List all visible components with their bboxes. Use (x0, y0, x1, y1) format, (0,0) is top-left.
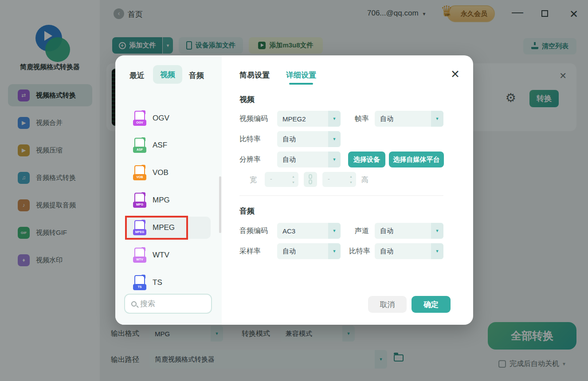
search-icon (131, 301, 137, 307)
section-divider (239, 195, 443, 196)
chevron-down-icon: ▼ (431, 111, 443, 127)
file-format-icon: ASF (133, 138, 146, 153)
format-list-scrollbar[interactable] (219, 176, 221, 233)
audio-bitrate-label: 比特率 (349, 247, 370, 256)
height-value: - (328, 175, 330, 183)
audio-bitrate-value: 自动 (380, 247, 393, 256)
chevron-down-icon: ▼ (328, 111, 341, 127)
tab-detailed-settings[interactable]: 详细设置 (286, 70, 316, 80)
format-label: WTV (153, 251, 169, 260)
format-settings-dialog: 最近 视频 音频 OGV OGV ASF ASF VOB VOB MPG MPG… (115, 55, 473, 325)
file-format-icon: MPG (133, 193, 146, 208)
ok-button[interactable]: 确定 (412, 296, 451, 313)
tab-recent[interactable]: 最近 (129, 70, 145, 81)
chevron-down-icon: ▼ (328, 152, 341, 167)
active-tab-underline (289, 83, 313, 85)
video-bitrate-value: 自动 (282, 135, 296, 144)
sample-rate-value: 自动 (282, 247, 296, 256)
resolution-select[interactable]: 自动 ▼ (277, 152, 341, 167)
fps-select[interactable]: 自动 ▼ (375, 111, 443, 127)
file-format-icon: TS (133, 275, 146, 290)
search-input[interactable] (140, 299, 202, 308)
audio-encode-label: 音频编码 (239, 226, 268, 236)
video-bitrate-label: 比特率 (239, 135, 261, 144)
height-stepper[interactable]: - ▲▼ (322, 172, 356, 187)
select-platform-button[interactable]: 选择自媒体平台 (389, 152, 444, 167)
channel-value: 自动 (380, 227, 393, 235)
chevron-down-icon: ▼ (328, 243, 341, 259)
width-value: - (270, 175, 272, 183)
annotation-highlight-box (125, 216, 188, 240)
format-item-ts[interactable]: TS TS (126, 272, 211, 294)
app-window: 简鹿视频格式转换器 ⇄ 视频格式转换 ▶ 视频合并 ▶ 视频压缩 ♫ 音频格式转… (0, 0, 588, 381)
format-item-mpg[interactable]: MPG MPG (126, 189, 211, 211)
file-format-icon: VOB (133, 165, 146, 180)
chevron-down-icon: ▼ (328, 131, 341, 147)
audio-bitrate-select[interactable]: 自动 ▼ (375, 243, 443, 259)
sample-rate-select[interactable]: 自动 ▼ (277, 243, 341, 259)
width-stepper[interactable]: - ▲▼ (265, 172, 298, 187)
format-search (124, 294, 212, 314)
format-item-ogv[interactable]: OGV OGV (126, 107, 211, 129)
link-dimensions-icon[interactable] (304, 172, 317, 187)
format-label: TS (153, 278, 162, 287)
file-format-icon: WTV (133, 248, 146, 263)
format-label: ASF (153, 141, 167, 150)
channel-select[interactable]: 自动 ▼ (375, 223, 443, 239)
chevron-down-icon: ▼ (431, 243, 443, 259)
fps-value: 自动 (380, 115, 393, 123)
cancel-button[interactable]: 取消 (368, 296, 407, 313)
format-label: OGV (153, 114, 169, 123)
stepper-arrows-icon[interactable]: ▲▼ (292, 174, 295, 185)
sample-rate-label: 采样率 (239, 247, 261, 256)
format-label: VOB (153, 168, 169, 177)
width-label: 宽 (250, 175, 257, 185)
format-label: MPG (153, 196, 170, 205)
select-device-button[interactable]: 选择设备 (348, 152, 385, 167)
format-item-vob[interactable]: VOB VOB (126, 162, 211, 184)
audio-encode-select[interactable]: AC3 ▼ (277, 223, 341, 239)
video-section-title: 视频 (239, 94, 255, 105)
format-list-panel: 最近 视频 音频 OGV OGV ASF ASF VOB VOB MPG MPG… (115, 55, 222, 325)
format-item-asf[interactable]: ASF ASF (126, 134, 211, 156)
video-encode-select[interactable]: MPEG2 ▼ (277, 111, 341, 127)
audio-encode-value: AC3 (282, 227, 295, 235)
video-encode-label: 视频编码 (239, 114, 268, 124)
file-format-icon: OGV (133, 111, 146, 126)
format-item-wtv[interactable]: WTV WTV (126, 244, 211, 266)
video-encode-value: MPEG2 (282, 115, 306, 123)
tab-simple-settings[interactable]: 简易设置 (239, 70, 270, 80)
resolution-label: 分辨率 (239, 155, 261, 164)
tab-video[interactable]: 视频 (153, 65, 182, 84)
tab-audio[interactable]: 音频 (189, 70, 204, 81)
stepper-arrows-icon[interactable]: ▲▼ (349, 174, 353, 185)
height-label: 高 (361, 175, 368, 185)
dialog-close-icon[interactable]: ✕ (451, 68, 460, 81)
resolution-value: 自动 (282, 156, 296, 164)
chevron-down-icon: ▼ (431, 223, 443, 239)
audio-section-title: 音频 (239, 206, 255, 216)
fps-label: 帧率 (355, 114, 369, 124)
channel-label: 声道 (355, 226, 369, 236)
video-bitrate-select[interactable]: 自动 ▼ (277, 131, 341, 147)
chevron-down-icon: ▼ (328, 223, 341, 239)
